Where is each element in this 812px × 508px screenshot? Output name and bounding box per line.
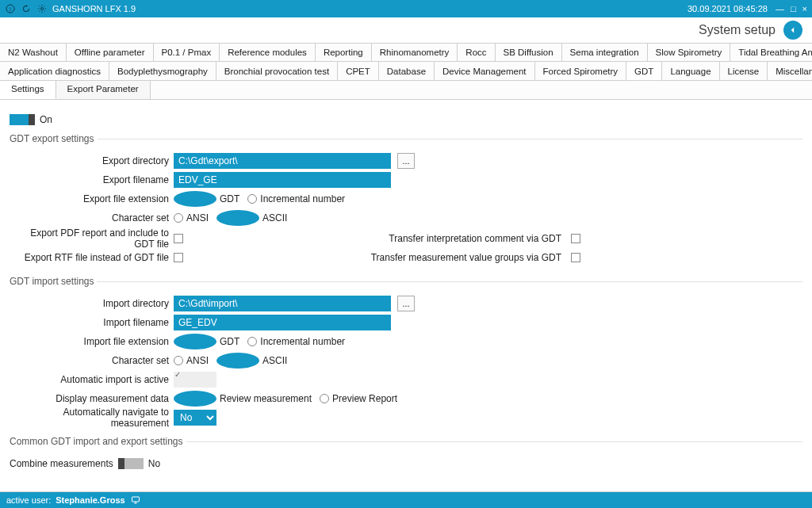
export-ext-incremental[interactable]: Incremental number	[247, 193, 345, 204]
combine-label: Combine measurements	[10, 458, 113, 469]
close-button[interactable]: ×	[802, 4, 807, 13]
on-off-toggle[interactable]	[10, 114, 35, 125]
import-ext-label: Import file extension	[10, 336, 174, 347]
combine-state: No	[148, 458, 160, 469]
import-filename-label: Import filename	[10, 317, 174, 328]
import-nav-select[interactable]: No	[174, 410, 216, 426]
import-dir-browse[interactable]: ...	[397, 296, 415, 311]
tab-forced-spirometry[interactable]: Forced Spirometry	[535, 62, 627, 80]
import-nav-label: Automatically navigate to measurement	[10, 407, 174, 429]
svg-point-2	[41, 8, 44, 10]
export-filename-input[interactable]	[174, 172, 391, 188]
tab-bronchial-provocation[interactable]: Bronchial provocation test	[216, 62, 338, 80]
common-legend: Common GDT import and export settings	[10, 436, 186, 447]
import-auto-label: Automatic import is active	[10, 374, 174, 385]
subtab-export-parameter[interactable]: Export Parameter	[56, 81, 151, 99]
title-bar: i GANSHORN LFX 1.9 30.09.2021 08:45:28 —…	[0, 0, 812, 17]
import-legend: GDT import settings	[10, 276, 97, 287]
import-charset-ascii[interactable]: ASCII	[216, 353, 287, 369]
import-display-review[interactable]: Review measurement	[174, 391, 312, 407]
arrow-left-icon	[787, 25, 799, 36]
import-dir-label: Import directory	[10, 298, 174, 309]
export-pdf-label: Export PDF report and include to GDT fil…	[10, 227, 174, 250]
tab-bodyplethysmography[interactable]: Bodyplethysmography	[109, 62, 216, 80]
tab-miscellaneous[interactable]: Miscellaneous	[768, 62, 812, 80]
monitor-icon	[130, 495, 143, 505]
export-groups-label: Transfer measurement value groups via GD…	[371, 252, 566, 263]
content: On GDT export settings Export directory …	[0, 100, 812, 492]
tab-gdt[interactable]: GDT	[626, 62, 662, 80]
export-ext-gdt[interactable]: GDT	[174, 191, 239, 207]
gear-icon[interactable]	[36, 3, 48, 14]
import-display-label: Display measurement data	[10, 393, 174, 404]
export-interp-check[interactable]	[571, 234, 580, 243]
tab-reference-modules[interactable]: Reference modules	[220, 44, 316, 61]
tab-sema-integration[interactable]: Sema integration	[562, 44, 648, 61]
tab-app-diagnostics[interactable]: Application diagnostics	[0, 62, 109, 80]
export-interp-label: Transfer interpretation comment via GDT	[389, 233, 566, 244]
import-fieldset: GDT import settings Import directory ...…	[10, 276, 802, 428]
export-groups-check[interactable]	[571, 253, 580, 262]
svg-text:i: i	[10, 6, 11, 12]
tab-cpet[interactable]: CPET	[338, 62, 379, 80]
tabs-row-2: Application diagnostics Bodyplethysmogra…	[0, 62, 812, 81]
tab-n2-washout[interactable]: N2 Washout	[0, 44, 67, 61]
sync-icon[interactable]	[21, 3, 32, 14]
tab-reporting[interactable]: Reporting	[316, 44, 372, 61]
tab-tidal-breathing[interactable]: Tidal Breathing Analysis	[730, 44, 812, 61]
combine-toggle[interactable]	[118, 458, 144, 469]
tab-rocc[interactable]: Rocc	[458, 44, 495, 61]
svg-rect-3	[132, 497, 139, 502]
export-dir-label: Export directory	[10, 155, 174, 166]
tab-slow-spirometry[interactable]: Slow Spirometry	[648, 44, 731, 61]
export-filename-label: Export filename	[10, 174, 174, 185]
minimize-button[interactable]: —	[776, 4, 784, 13]
import-display-preview[interactable]: Preview Report	[320, 393, 397, 404]
tab-device-management[interactable]: Device Management	[435, 62, 534, 80]
tab-sb-diffusion[interactable]: SB Diffusion	[496, 44, 562, 61]
export-pdf-check[interactable]	[174, 234, 183, 243]
tab-rhinomanometry[interactable]: Rhinomanometry	[372, 44, 458, 61]
subtab-settings[interactable]: Settings	[0, 81, 56, 99]
export-dir-browse[interactable]: ...	[397, 153, 415, 169]
subheader: System setup	[0, 17, 812, 43]
import-ext-gdt[interactable]: GDT	[174, 334, 239, 349]
export-legend: GDT export settings	[10, 133, 98, 144]
tab-p01-pmax[interactable]: P0.1 / Pmax	[154, 44, 220, 61]
common-fieldset: Common GDT import and export settings Co…	[10, 436, 802, 474]
page-title: System setup	[699, 23, 776, 37]
on-label: On	[40, 114, 52, 125]
export-rtf-check[interactable]	[174, 253, 183, 262]
export-charset-ansi[interactable]: ANSI	[174, 212, 209, 223]
sub-tabs: Settings Export Parameter	[0, 81, 812, 100]
export-charset-label: Character set	[10, 212, 174, 223]
timestamp: 30.09.2021 08:45:28	[688, 4, 768, 13]
import-charset-ansi[interactable]: ANSI	[174, 355, 209, 366]
import-dir-input[interactable]	[174, 296, 391, 311]
active-user-name: Stephanie.Gross	[56, 495, 124, 505]
tab-offline-parameter[interactable]: Offline parameter	[67, 44, 154, 61]
export-charset-ascii[interactable]: ASCII	[216, 210, 287, 226]
active-user-prefix: active user:	[6, 495, 51, 505]
tab-database[interactable]: Database	[379, 62, 435, 80]
import-ext-incremental[interactable]: Incremental number	[247, 336, 345, 347]
back-button[interactable]	[783, 21, 802, 40]
tabs-row-1: N2 Washout Offline parameter P0.1 / Pmax…	[0, 43, 812, 62]
status-bar: active user: Stephanie.Gross	[0, 492, 812, 508]
maximize-button[interactable]: □	[791, 4, 796, 13]
export-fieldset: GDT export settings Export directory ...…	[10, 133, 802, 268]
export-rtf-label: Export RTF file instead of GDT file	[10, 252, 174, 263]
tab-license[interactable]: License	[720, 62, 768, 80]
app-info-icon[interactable]: i	[5, 3, 16, 14]
app-title: GANSHORN LFX 1.9	[52, 4, 136, 13]
export-dir-input[interactable]	[174, 153, 391, 169]
import-filename-input[interactable]	[174, 315, 391, 330]
export-ext-label: Export file extension	[10, 193, 174, 204]
tab-language[interactable]: Language	[662, 62, 719, 80]
import-charset-label: Character set	[10, 355, 174, 366]
import-auto-check	[174, 372, 216, 388]
